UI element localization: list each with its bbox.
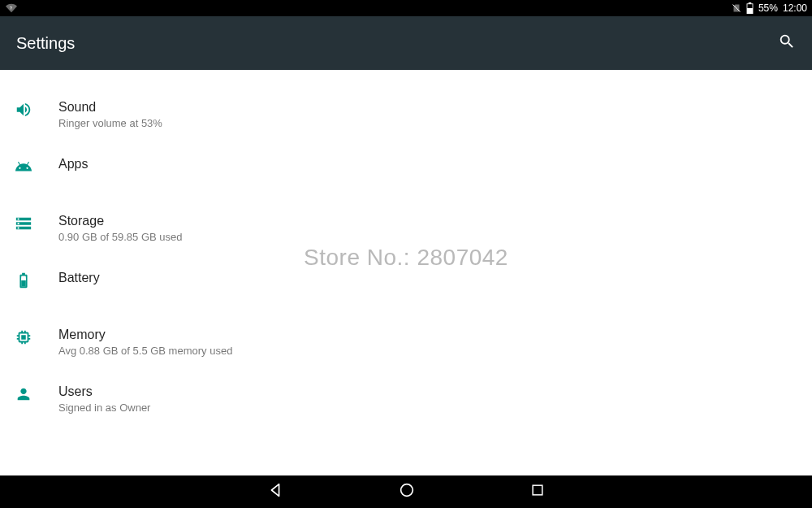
users-icon — [15, 385, 32, 406]
svg-point-7 — [401, 484, 413, 497]
battery-icon — [746, 2, 754, 14]
recent-icon — [529, 482, 546, 501]
no-sim-icon — [732, 2, 741, 14]
wifi-unknown-icon: ? — [5, 2, 18, 14]
app-bar: Settings — [0, 16, 812, 70]
svg-rect-5 — [21, 280, 26, 286]
item-label: Memory — [58, 327, 232, 343]
sound-icon — [15, 101, 32, 122]
item-subtext: Ringer volume at 53% — [58, 117, 162, 129]
item-subtext: 0.90 GB of 59.85 GB used — [58, 231, 183, 243]
storage-icon — [15, 215, 32, 236]
apps-icon — [15, 158, 32, 179]
home-icon — [398, 481, 416, 502]
settings-list: Sound Ringer volume at 53% Apps Storage … — [0, 70, 812, 426]
status-bar: ? 55% 12:00 — [0, 0, 812, 16]
item-label: Users — [58, 384, 150, 400]
navigation-bar — [0, 475, 812, 508]
search-button[interactable] — [778, 33, 796, 54]
nav-home-button[interactable] — [398, 481, 416, 502]
settings-item-memory[interactable]: Memory Avg 0.88 GB of 5.5 GB memory used — [0, 317, 812, 369]
back-icon — [266, 481, 284, 502]
settings-item-sound[interactable]: Sound Ringer volume at 53% — [0, 89, 812, 141]
nav-recent-button[interactable] — [529, 482, 546, 501]
settings-item-storage[interactable]: Storage 0.90 GB of 59.85 GB used — [0, 203, 812, 255]
svg-rect-8 — [533, 485, 542, 495]
settings-item-battery[interactable]: Battery — [0, 260, 812, 312]
item-subtext: Avg 0.88 GB of 5.5 GB memory used — [58, 345, 232, 357]
settings-item-users[interactable]: Users Signed in as Owner — [0, 374, 812, 426]
svg-rect-6 — [21, 276, 26, 281]
item-label: Battery — [58, 270, 100, 286]
item-label: Sound — [58, 99, 162, 115]
clock: 12:00 — [783, 2, 807, 14]
page-title: Settings — [16, 34, 75, 53]
battery-icon — [15, 271, 32, 293]
settings-content: Store No.: 2807042 Sound Ringer volume a… — [0, 70, 812, 475]
nav-back-button[interactable] — [266, 481, 284, 502]
item-label: Apps — [58, 156, 88, 172]
item-label: Storage — [58, 213, 183, 229]
svg-rect-4 — [747, 8, 753, 14]
battery-percent: 55% — [758, 2, 778, 14]
item-subtext: Signed in as Owner — [58, 402, 150, 414]
memory-icon — [15, 328, 32, 350]
settings-item-apps[interactable]: Apps — [0, 146, 812, 198]
search-icon — [778, 39, 796, 53]
